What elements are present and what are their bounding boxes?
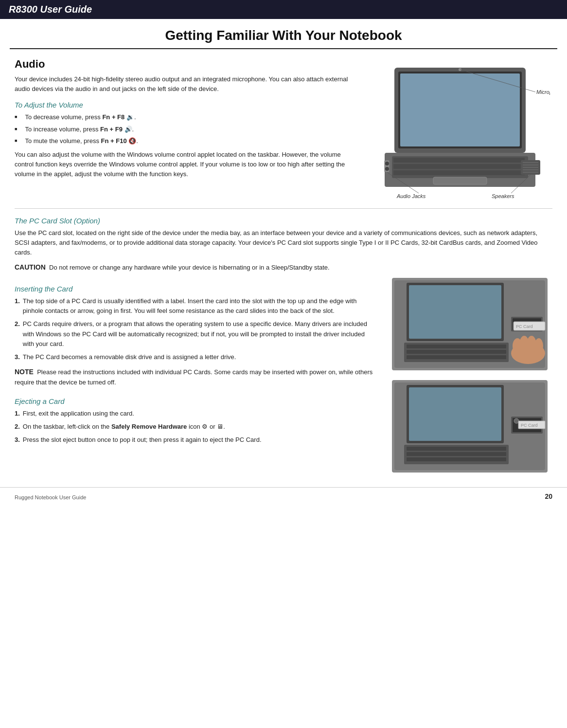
insert-step-2: 2. PC Cards require drivers, or a progra…: [15, 319, 377, 348]
eject-step-1: 1. First, exit the application using the…: [15, 409, 377, 419]
pc-card-right-col: PC Card: [387, 278, 552, 473]
pc-card-intro: Use the PC card slot, located on the rig…: [15, 228, 552, 257]
notebook-image-container: Microphone Aud: [370, 63, 550, 201]
svg-rect-2: [400, 73, 520, 146]
notebook-svg: Microphone Aud: [370, 63, 550, 201]
footer-left: Rugged Notebook User Guide: [15, 494, 86, 500]
insert-card-svg: PC Card: [392, 278, 548, 370]
caution-box: CAUTION Do not remove or change any hard…: [15, 262, 552, 273]
caution-label: CAUTION: [15, 263, 46, 271]
eject-text-3: Press the slot eject button once to pop …: [23, 435, 262, 445]
speakers-label: Speakers: [492, 193, 514, 199]
pc-card-section: The PC Card Slot (Option) Use the PC car…: [15, 217, 552, 473]
step-text-2: PC Cards require drivers, or a program t…: [23, 319, 377, 348]
inserting-heading: Inserting the Card: [15, 285, 377, 293]
svg-rect-45: [407, 452, 506, 456]
inserting-steps: 1. The top side of a PC Card is usually …: [15, 296, 377, 362]
microphone-label: Microphone: [536, 89, 550, 95]
svg-rect-8: [433, 177, 487, 184]
svg-rect-7: [393, 170, 525, 175]
svg-point-38: [534, 338, 543, 354]
svg-rect-27: [407, 345, 506, 348]
svg-point-12: [385, 162, 389, 165]
step-text-1: The top side of a PC Card is usually ide…: [23, 296, 377, 316]
document-title: R8300 User Guide: [9, 4, 92, 15]
svg-rect-44: [407, 447, 506, 451]
svg-rect-42: [409, 387, 501, 441]
footer: Rugged Notebook User Guide 20: [0, 487, 567, 504]
audio-heading: Audio: [15, 58, 358, 71]
note-label: NOTE: [15, 368, 34, 376]
audio-left-col: Audio Your device includes 24-bit high-f…: [15, 58, 358, 201]
audio-section: Audio Your device includes 24-bit high-f…: [15, 58, 552, 201]
eject-text-1: First, exit the application using the ca…: [23, 409, 134, 419]
caution-text-content: Do not remove or change any hardware whi…: [49, 264, 330, 271]
volume-subheading: To Adjust the Volume: [15, 101, 358, 109]
eject-step-3: 3. Press the slot eject button once to p…: [15, 435, 377, 445]
step-text-3: The PC Card becomes a removable disk dri…: [23, 352, 236, 362]
volume-bullet-3-text: To mute the volume, press: [25, 137, 101, 145]
page-title: Getting Familiar With Your Notebook: [10, 28, 557, 43]
or-text: or: [210, 423, 215, 430]
svg-text:PC Card: PC Card: [516, 324, 533, 329]
audio-intro: Your device includes 24-bit high-fidelit…: [15, 74, 358, 94]
volume-bullet-1: To decrease volume, press Fn + F8 🔉.: [15, 112, 358, 122]
ejecting-steps: 1. First, exit the application using the…: [15, 409, 377, 445]
eject-text-2: On the taskbar, left-click on the Safely…: [23, 422, 225, 432]
volume-bullet-3: To mute the volume, press Fn + F10 🔇.: [15, 136, 358, 146]
audio-jacks-label: Audio Jacks: [396, 193, 426, 199]
step-num-3: 3.: [15, 352, 20, 362]
page-title-area: Getting Familiar With Your Notebook: [10, 19, 557, 49]
insert-step-1: 1. The top side of a PC Card is usually …: [15, 296, 377, 316]
header-bar: R8300 User Guide: [0, 0, 567, 19]
pc-card-heading: The PC Card Slot (Option): [15, 217, 552, 225]
footer-page-number: 20: [545, 492, 552, 500]
step-num-2: 2.: [15, 319, 20, 348]
main-content: Audio Your device includes 24-bit high-f…: [0, 49, 567, 477]
svg-rect-25: [409, 285, 501, 339]
ejecting-heading: Ejecting a Card: [15, 397, 377, 405]
pc-card-left-col: Inserting the Card 1. The top side of a …: [15, 278, 377, 473]
key-combo-fn-f10: Fn + F10: [101, 137, 127, 145]
volume-bullet-2-text: To increase volume, press: [25, 126, 100, 133]
pc-card-two-col: Inserting the Card 1. The top side of a …: [15, 278, 552, 473]
eject-num-3: 3.: [15, 435, 20, 445]
eject-num-2: 2.: [15, 422, 20, 432]
audio-right-col: Microphone Aud: [368, 58, 552, 201]
insert-step-3: 3. The PC Card becomes a removable disk …: [15, 352, 377, 362]
svg-rect-6: [393, 164, 525, 169]
svg-rect-46: [407, 457, 506, 461]
volume-note: You can also adjust the volume with the …: [15, 150, 358, 179]
svg-rect-28: [407, 350, 506, 354]
volume-bullet-1-text: To decrease volume, press: [25, 113, 102, 121]
key-combo-fn-f9: Fn + F9: [100, 126, 123, 133]
eject-num-1: 1.: [15, 409, 20, 419]
eject-step-2: 2. On the taskbar, left-click on the Saf…: [15, 422, 377, 432]
volume-bullets: To decrease volume, press Fn + F8 🔉. To …: [15, 112, 358, 146]
eject-card-svg: PC Card: [392, 380, 548, 473]
key-combo-fn-f8: Fn + F8: [102, 113, 124, 121]
svg-rect-5: [393, 158, 525, 163]
step-num-1: 1.: [15, 296, 20, 316]
svg-point-13: [385, 167, 389, 171]
note-box: NOTE Please read the instructions includ…: [15, 367, 377, 387]
divider-1: [15, 208, 552, 209]
svg-text:PC Card: PC Card: [521, 423, 538, 428]
svg-rect-29: [407, 355, 506, 359]
volume-bullet-2: To increase volume, press Fn + F9 🔊.: [15, 125, 358, 134]
note-text: Please read the instructions included wi…: [15, 368, 372, 386]
